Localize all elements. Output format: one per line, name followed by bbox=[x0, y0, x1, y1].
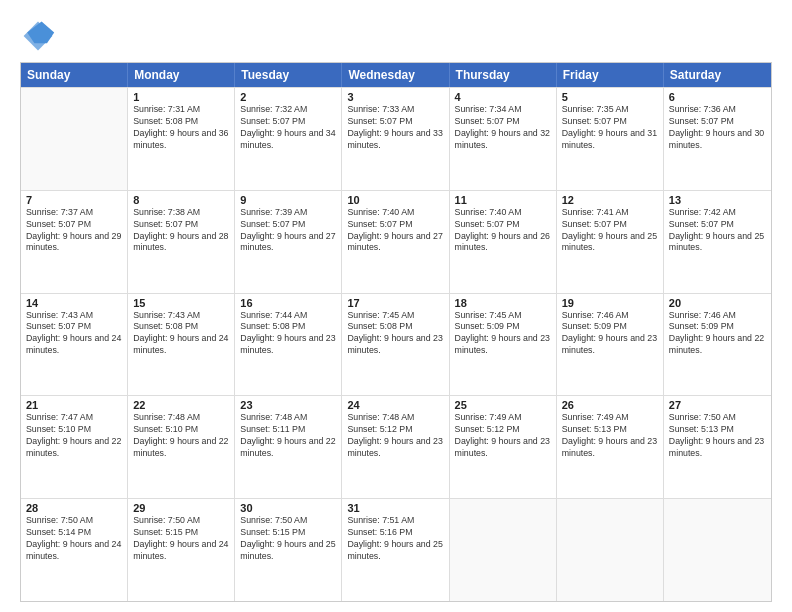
day-info: Sunrise: 7:37 AMSunset: 5:07 PMDaylight:… bbox=[26, 207, 122, 255]
day-info: Sunrise: 7:48 AMSunset: 5:11 PMDaylight:… bbox=[240, 412, 336, 460]
day-info: Sunrise: 7:50 AMSunset: 5:13 PMDaylight:… bbox=[669, 412, 766, 460]
day-info: Sunrise: 7:49 AMSunset: 5:12 PMDaylight:… bbox=[455, 412, 551, 460]
header bbox=[20, 18, 772, 54]
header-day-friday: Friday bbox=[557, 63, 664, 87]
day-number: 26 bbox=[562, 399, 658, 411]
day-info: Sunrise: 7:50 AMSunset: 5:15 PMDaylight:… bbox=[240, 515, 336, 563]
day-info: Sunrise: 7:45 AMSunset: 5:09 PMDaylight:… bbox=[455, 310, 551, 358]
day-cell-23: 23Sunrise: 7:48 AMSunset: 5:11 PMDayligh… bbox=[235, 396, 342, 498]
calendar-row-3: 21Sunrise: 7:47 AMSunset: 5:10 PMDayligh… bbox=[21, 395, 771, 498]
day-cell-18: 18Sunrise: 7:45 AMSunset: 5:09 PMDayligh… bbox=[450, 294, 557, 396]
day-number: 5 bbox=[562, 91, 658, 103]
calendar-row-1: 7Sunrise: 7:37 AMSunset: 5:07 PMDaylight… bbox=[21, 190, 771, 293]
day-cell-9: 9Sunrise: 7:39 AMSunset: 5:07 PMDaylight… bbox=[235, 191, 342, 293]
calendar-header: SundayMondayTuesdayWednesdayThursdayFrid… bbox=[21, 63, 771, 87]
day-info: Sunrise: 7:42 AMSunset: 5:07 PMDaylight:… bbox=[669, 207, 766, 255]
day-number: 20 bbox=[669, 297, 766, 309]
day-info: Sunrise: 7:44 AMSunset: 5:08 PMDaylight:… bbox=[240, 310, 336, 358]
day-cell-25: 25Sunrise: 7:49 AMSunset: 5:12 PMDayligh… bbox=[450, 396, 557, 498]
day-number: 22 bbox=[133, 399, 229, 411]
day-number: 25 bbox=[455, 399, 551, 411]
day-info: Sunrise: 7:41 AMSunset: 5:07 PMDaylight:… bbox=[562, 207, 658, 255]
day-info: Sunrise: 7:51 AMSunset: 5:16 PMDaylight:… bbox=[347, 515, 443, 563]
day-info: Sunrise: 7:43 AMSunset: 5:07 PMDaylight:… bbox=[26, 310, 122, 358]
day-cell-27: 27Sunrise: 7:50 AMSunset: 5:13 PMDayligh… bbox=[664, 396, 771, 498]
day-cell-8: 8Sunrise: 7:38 AMSunset: 5:07 PMDaylight… bbox=[128, 191, 235, 293]
day-cell-28: 28Sunrise: 7:50 AMSunset: 5:14 PMDayligh… bbox=[21, 499, 128, 601]
page: SundayMondayTuesdayWednesdayThursdayFrid… bbox=[0, 0, 792, 612]
logo bbox=[20, 18, 60, 54]
day-info: Sunrise: 7:46 AMSunset: 5:09 PMDaylight:… bbox=[669, 310, 766, 358]
header-day-tuesday: Tuesday bbox=[235, 63, 342, 87]
day-number: 3 bbox=[347, 91, 443, 103]
day-number: 29 bbox=[133, 502, 229, 514]
header-day-monday: Monday bbox=[128, 63, 235, 87]
day-number: 11 bbox=[455, 194, 551, 206]
calendar-body: 1Sunrise: 7:31 AMSunset: 5:08 PMDaylight… bbox=[21, 87, 771, 601]
day-info: Sunrise: 7:39 AMSunset: 5:07 PMDaylight:… bbox=[240, 207, 336, 255]
day-info: Sunrise: 7:31 AMSunset: 5:08 PMDaylight:… bbox=[133, 104, 229, 152]
calendar-row-4: 28Sunrise: 7:50 AMSunset: 5:14 PMDayligh… bbox=[21, 498, 771, 601]
day-cell-5: 5Sunrise: 7:35 AMSunset: 5:07 PMDaylight… bbox=[557, 88, 664, 190]
day-cell-10: 10Sunrise: 7:40 AMSunset: 5:07 PMDayligh… bbox=[342, 191, 449, 293]
day-info: Sunrise: 7:40 AMSunset: 5:07 PMDaylight:… bbox=[455, 207, 551, 255]
day-info: Sunrise: 7:33 AMSunset: 5:07 PMDaylight:… bbox=[347, 104, 443, 152]
day-info: Sunrise: 7:49 AMSunset: 5:13 PMDaylight:… bbox=[562, 412, 658, 460]
empty-cell bbox=[664, 499, 771, 601]
day-cell-15: 15Sunrise: 7:43 AMSunset: 5:08 PMDayligh… bbox=[128, 294, 235, 396]
day-cell-20: 20Sunrise: 7:46 AMSunset: 5:09 PMDayligh… bbox=[664, 294, 771, 396]
day-number: 31 bbox=[347, 502, 443, 514]
day-number: 6 bbox=[669, 91, 766, 103]
day-cell-7: 7Sunrise: 7:37 AMSunset: 5:07 PMDaylight… bbox=[21, 191, 128, 293]
day-number: 23 bbox=[240, 399, 336, 411]
day-number: 14 bbox=[26, 297, 122, 309]
day-cell-29: 29Sunrise: 7:50 AMSunset: 5:15 PMDayligh… bbox=[128, 499, 235, 601]
day-cell-1: 1Sunrise: 7:31 AMSunset: 5:08 PMDaylight… bbox=[128, 88, 235, 190]
day-info: Sunrise: 7:50 AMSunset: 5:15 PMDaylight:… bbox=[133, 515, 229, 563]
day-info: Sunrise: 7:48 AMSunset: 5:10 PMDaylight:… bbox=[133, 412, 229, 460]
day-number: 15 bbox=[133, 297, 229, 309]
day-number: 24 bbox=[347, 399, 443, 411]
day-number: 21 bbox=[26, 399, 122, 411]
day-number: 9 bbox=[240, 194, 336, 206]
day-cell-13: 13Sunrise: 7:42 AMSunset: 5:07 PMDayligh… bbox=[664, 191, 771, 293]
day-cell-30: 30Sunrise: 7:50 AMSunset: 5:15 PMDayligh… bbox=[235, 499, 342, 601]
logo-icon bbox=[20, 18, 56, 54]
day-cell-26: 26Sunrise: 7:49 AMSunset: 5:13 PMDayligh… bbox=[557, 396, 664, 498]
day-cell-2: 2Sunrise: 7:32 AMSunset: 5:07 PMDaylight… bbox=[235, 88, 342, 190]
header-day-sunday: Sunday bbox=[21, 63, 128, 87]
day-cell-11: 11Sunrise: 7:40 AMSunset: 5:07 PMDayligh… bbox=[450, 191, 557, 293]
day-info: Sunrise: 7:46 AMSunset: 5:09 PMDaylight:… bbox=[562, 310, 658, 358]
day-info: Sunrise: 7:50 AMSunset: 5:14 PMDaylight:… bbox=[26, 515, 122, 563]
day-cell-3: 3Sunrise: 7:33 AMSunset: 5:07 PMDaylight… bbox=[342, 88, 449, 190]
day-cell-21: 21Sunrise: 7:47 AMSunset: 5:10 PMDayligh… bbox=[21, 396, 128, 498]
day-info: Sunrise: 7:34 AMSunset: 5:07 PMDaylight:… bbox=[455, 104, 551, 152]
day-cell-12: 12Sunrise: 7:41 AMSunset: 5:07 PMDayligh… bbox=[557, 191, 664, 293]
day-info: Sunrise: 7:48 AMSunset: 5:12 PMDaylight:… bbox=[347, 412, 443, 460]
header-day-wednesday: Wednesday bbox=[342, 63, 449, 87]
header-day-saturday: Saturday bbox=[664, 63, 771, 87]
day-info: Sunrise: 7:47 AMSunset: 5:10 PMDaylight:… bbox=[26, 412, 122, 460]
day-info: Sunrise: 7:45 AMSunset: 5:08 PMDaylight:… bbox=[347, 310, 443, 358]
calendar-row-0: 1Sunrise: 7:31 AMSunset: 5:08 PMDaylight… bbox=[21, 87, 771, 190]
day-info: Sunrise: 7:40 AMSunset: 5:07 PMDaylight:… bbox=[347, 207, 443, 255]
day-number: 7 bbox=[26, 194, 122, 206]
day-cell-19: 19Sunrise: 7:46 AMSunset: 5:09 PMDayligh… bbox=[557, 294, 664, 396]
day-number: 17 bbox=[347, 297, 443, 309]
header-day-thursday: Thursday bbox=[450, 63, 557, 87]
day-cell-14: 14Sunrise: 7:43 AMSunset: 5:07 PMDayligh… bbox=[21, 294, 128, 396]
empty-cell bbox=[450, 499, 557, 601]
day-number: 8 bbox=[133, 194, 229, 206]
day-cell-16: 16Sunrise: 7:44 AMSunset: 5:08 PMDayligh… bbox=[235, 294, 342, 396]
day-cell-6: 6Sunrise: 7:36 AMSunset: 5:07 PMDaylight… bbox=[664, 88, 771, 190]
day-cell-24: 24Sunrise: 7:48 AMSunset: 5:12 PMDayligh… bbox=[342, 396, 449, 498]
day-info: Sunrise: 7:43 AMSunset: 5:08 PMDaylight:… bbox=[133, 310, 229, 358]
day-cell-22: 22Sunrise: 7:48 AMSunset: 5:10 PMDayligh… bbox=[128, 396, 235, 498]
empty-cell bbox=[557, 499, 664, 601]
day-number: 28 bbox=[26, 502, 122, 514]
day-number: 18 bbox=[455, 297, 551, 309]
day-info: Sunrise: 7:36 AMSunset: 5:07 PMDaylight:… bbox=[669, 104, 766, 152]
day-cell-17: 17Sunrise: 7:45 AMSunset: 5:08 PMDayligh… bbox=[342, 294, 449, 396]
day-number: 27 bbox=[669, 399, 766, 411]
day-info: Sunrise: 7:35 AMSunset: 5:07 PMDaylight:… bbox=[562, 104, 658, 152]
